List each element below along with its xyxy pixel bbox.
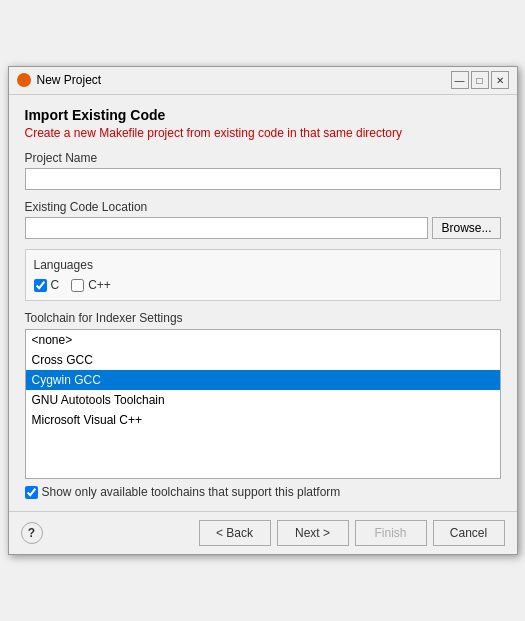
toolchain-label: Toolchain for Indexer Settings bbox=[25, 311, 501, 325]
language-cpp-checkbox[interactable] bbox=[71, 279, 84, 292]
language-c-item[interactable]: C bbox=[34, 278, 60, 292]
project-name-input[interactable] bbox=[25, 168, 501, 190]
show-available-checkbox[interactable] bbox=[25, 486, 38, 499]
help-button[interactable]: ? bbox=[21, 522, 43, 544]
language-cpp-label: C++ bbox=[88, 278, 111, 292]
language-c-checkbox[interactable] bbox=[34, 279, 47, 292]
languages-section: Languages C C++ bbox=[25, 249, 501, 301]
language-c-label: C bbox=[51, 278, 60, 292]
project-name-field: Project Name bbox=[25, 151, 501, 190]
dialog-footer: ? < Back Next > Finish Cancel bbox=[9, 511, 517, 554]
section-title: Import Existing Code bbox=[25, 107, 501, 123]
code-location-label: Existing Code Location bbox=[25, 200, 501, 214]
footer-buttons: < Back Next > Finish Cancel bbox=[199, 520, 505, 546]
close-button[interactable]: ✕ bbox=[491, 71, 509, 89]
toolchain-msvc[interactable]: Microsoft Visual C++ bbox=[26, 410, 500, 430]
cancel-button[interactable]: Cancel bbox=[433, 520, 505, 546]
browse-button[interactable]: Browse... bbox=[432, 217, 500, 239]
window-title: New Project bbox=[37, 73, 445, 87]
project-name-label: Project Name bbox=[25, 151, 501, 165]
section-subtitle: Create a new Makefile project from exist… bbox=[25, 125, 501, 142]
toolchain-cygwin-gcc[interactable]: Cygwin GCC bbox=[26, 370, 500, 390]
window-icon bbox=[17, 73, 31, 87]
title-bar: New Project — □ ✕ bbox=[9, 67, 517, 95]
toolchain-none[interactable]: <none> bbox=[26, 330, 500, 350]
toolchain-section: Toolchain for Indexer Settings <none> Cr… bbox=[25, 311, 501, 499]
maximize-button[interactable]: □ bbox=[471, 71, 489, 89]
next-button[interactable]: Next > bbox=[277, 520, 349, 546]
new-project-dialog: New Project — □ ✕ Import Existing Code C… bbox=[8, 66, 518, 556]
code-location-row: Browse... bbox=[25, 217, 501, 239]
header-section: Import Existing Code Create a new Makefi… bbox=[25, 107, 501, 142]
toolchain-gnu-autotools[interactable]: GNU Autotools Toolchain bbox=[26, 390, 500, 410]
window-controls: — □ ✕ bbox=[451, 71, 509, 89]
code-location-field: Existing Code Location Browse... bbox=[25, 200, 501, 239]
toolchain-list[interactable]: <none> Cross GCC Cygwin GCC GNU Autotool… bbox=[25, 329, 501, 479]
language-cpp-item[interactable]: C++ bbox=[71, 278, 111, 292]
show-available-row: Show only available toolchains that supp… bbox=[25, 485, 501, 499]
toolchain-cross-gcc[interactable]: Cross GCC bbox=[26, 350, 500, 370]
code-location-input[interactable] bbox=[25, 217, 429, 239]
finish-button[interactable]: Finish bbox=[355, 520, 427, 546]
show-available-label: Show only available toolchains that supp… bbox=[42, 485, 341, 499]
languages-label: Languages bbox=[34, 258, 492, 272]
back-button[interactable]: < Back bbox=[199, 520, 271, 546]
minimize-button[interactable]: — bbox=[451, 71, 469, 89]
dialog-body: Import Existing Code Create a new Makefi… bbox=[9, 95, 517, 512]
languages-checkboxes: C C++ bbox=[34, 278, 492, 292]
